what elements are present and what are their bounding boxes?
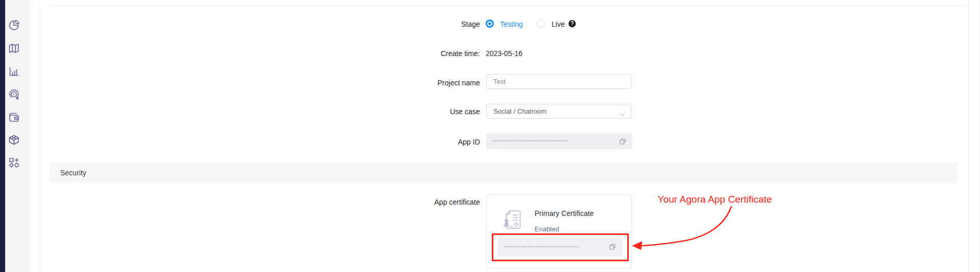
- create-time-value: 2023-05-16: [486, 49, 523, 58]
- stage-radio-live[interactable]: [537, 20, 545, 28]
- wallet-icon: [8, 111, 20, 123]
- extensions-icon: [8, 156, 20, 169]
- agora-console-project-page: Stage Testing Live ? Create time: 2023-0…: [0, 0, 980, 272]
- sidebar-item-overview[interactable]: [8, 19, 20, 31]
- copy-icon: [618, 137, 627, 146]
- app-certificate-copy-button[interactable]: [608, 243, 616, 251]
- sidebar-item-billing[interactable]: [8, 111, 20, 123]
- stage-help-icon[interactable]: ?: [569, 20, 576, 27]
- stage-option-live-label[interactable]: Live: [552, 20, 565, 28]
- sidebar-item-packages[interactable]: [8, 134, 20, 146]
- content-left-border: [40, 5, 40, 272]
- page-edge-line: [979, 0, 979, 272]
- security-section-header: Security: [49, 162, 958, 184]
- certificate-status-badge: Enabled: [535, 225, 559, 233]
- icon-sidebar: [5, 0, 29, 272]
- sidebar-item-analytics[interactable]: [8, 65, 20, 78]
- stage-option-testing-label[interactable]: Testing: [500, 20, 523, 28]
- pie-chart-icon: [8, 19, 20, 31]
- app-id-label: App ID: [325, 138, 480, 146]
- content-top-border: [49, 5, 966, 6]
- annotation-arrow-icon: [626, 202, 736, 251]
- use-case-value: Social / Chatroom: [493, 107, 546, 115]
- primary-certificate-card: Primary Certificate Enabled ••••••••••••…: [486, 194, 632, 268]
- certificate-icon: [500, 207, 525, 232]
- chevron-down-icon: [620, 108, 626, 115]
- map-icon: [8, 42, 20, 55]
- create-time-label: Create time:: [325, 49, 480, 58]
- stage-label: Stage: [325, 20, 480, 28]
- project-name-label: Project name: [325, 79, 480, 87]
- app-id-copy-button[interactable]: [618, 137, 627, 146]
- project-name-value: Test: [493, 78, 506, 85]
- certificate-title: Primary Certificate: [535, 209, 594, 217]
- project-name-input[interactable]: Test: [486, 74, 631, 89]
- use-case-label: Use case: [325, 107, 480, 116]
- copy-icon: [608, 243, 616, 251]
- sidebar-item-moderation[interactable]: [8, 88, 20, 101]
- app-id-masked-value: •••••••••••••••••••••••••••••••: [486, 133, 632, 149]
- package-icon: [8, 134, 20, 146]
- security-section-title: Security: [60, 162, 87, 184]
- moderation-icon: [8, 88, 20, 101]
- app-id-field: •••••••••••••••••••••••••••••••: [486, 133, 632, 149]
- sidebar-item-projects[interactable]: [8, 42, 20, 55]
- content-right-border: [968, 0, 969, 272]
- bar-chart-icon: [8, 65, 20, 78]
- app-certificate-label: App certificate: [325, 198, 480, 206]
- stage-radio-testing[interactable]: [486, 20, 494, 28]
- left-nav-strip: [0, 0, 5, 272]
- sidebar-item-extensions[interactable]: [8, 156, 20, 169]
- use-case-select[interactable]: Social / Chatroom: [486, 104, 631, 119]
- app-certificate-masked-value: •••••••••••••••••••••••••••••••: [497, 237, 623, 257]
- app-certificate-field: •••••••••••••••••••••••••••••••: [497, 237, 623, 257]
